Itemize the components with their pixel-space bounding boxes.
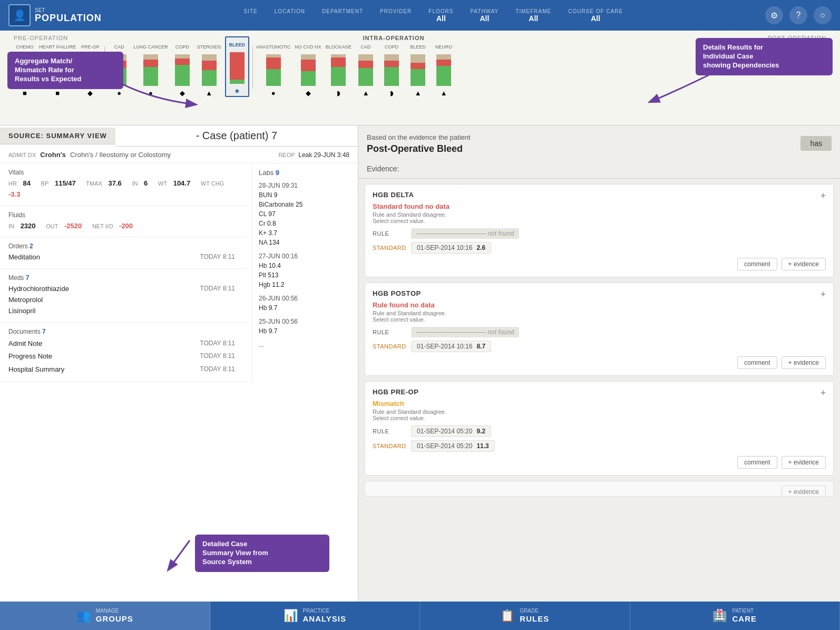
fluids-data: IN 2320 OUT -2520 NET I/O -200 (8, 221, 239, 232)
lab-more[interactable]: ... (259, 340, 351, 350)
settings-icon[interactable]: ⚙ (765, 6, 783, 24)
filter-department[interactable]: DEPARTMENT (322, 8, 363, 23)
content-columns: Vitals HR 84 BP 115/47 TMAX 37.6 IN 6 WT… (0, 163, 358, 382)
card-1-standard-value: 01-SEP-2014 10:16 2.6 (411, 242, 491, 254)
card-1-rule-value: ——————————— not found (411, 228, 519, 239)
annotation-aggregate: Aggregate Match/ Mismatch Rate for Resul… (7, 52, 123, 89)
card-1-status: Standard found no data (373, 202, 826, 210)
evidence-panel: Based on the evidence the patient Post-O… (358, 125, 840, 602)
evidence-title: Based on the evidence the patient Post-O… (367, 132, 471, 155)
lab-bicarb: BiCarbonate 25 (259, 200, 351, 209)
nav-practice-analysis[interactable]: 📊 Practice ANALYSIS (210, 602, 421, 630)
orders-section: Orders 2 Meditation TODAY 8:11 (0, 237, 248, 269)
evidence-card-hgb-delta: HGB Delta + Standard found no data Rule … (365, 184, 834, 277)
card-2-plus[interactable]: + (821, 289, 826, 299)
card-2-comment-btn[interactable]: comment (737, 356, 777, 369)
evidence-header: Based on the evidence the patient Post-O… (358, 125, 840, 161)
chart-bar-neuro[interactable]: Neuro ▲ (433, 41, 455, 97)
vitals-data: HR 84 BP 115/47 TMAX 37.6 IN 6 WT 104.7 … (8, 178, 239, 200)
filter-location[interactable]: LOCATION (275, 8, 305, 23)
card-1-standard-row: Standard 01-SEP-2014 10:16 2.6 (373, 242, 826, 254)
annotation-detailed-case: Detailed Case Summary View from Source S… (195, 535, 329, 572)
filter-site[interactable]: SITE (243, 8, 257, 23)
orders-title: Orders 2 (8, 243, 239, 250)
nav-icons: ⚙ ? ○ (765, 6, 832, 24)
card-1-plus[interactable]: + (821, 191, 826, 200)
med-1: Hydrochlorothiazide (8, 284, 69, 295)
chart-bar-blockage[interactable]: Blockage ◗ (326, 41, 352, 97)
nav-filters: SITE LOCATION DEPARTMENT PROVIDER FLOORS… (112, 8, 755, 23)
card-2-rule-label: Rule (373, 329, 407, 335)
evidence-card-partial: + evidence (365, 481, 834, 497)
fluids-net: NET I/O -200 (92, 222, 137, 230)
filter-course-of-care[interactable]: COURSE OF CARE All (568, 8, 623, 23)
filter-timeframe[interactable]: TIMEFRAME All (515, 8, 551, 23)
card-2-disagree: Rule and Standard disagree.Select correc… (373, 310, 826, 323)
doc-2-time: TODAY 8:11 (200, 351, 235, 362)
chart-bar-cad-post[interactable]: CAD ▲ (355, 41, 377, 97)
card-1-comment-btn[interactable]: comment (737, 258, 777, 270)
card-3-rule-label: Rule (373, 428, 407, 434)
nav-grade-rules[interactable]: 📋 Grade RULES (420, 602, 630, 630)
nav-manage-groups[interactable]: 👥 Manage GROUPS (0, 602, 210, 630)
chart-bar-copd-post[interactable]: COPD ◗ (380, 41, 403, 97)
fluids-out: OUT -2520 (46, 222, 86, 230)
card-1-actions: comment + evidence (373, 258, 826, 270)
card-3-plus[interactable]: + (821, 388, 826, 398)
med-1-time: TODAY 8:11 (200, 284, 235, 295)
source-summary-panel: Source: Summary View - Case (patient) 7 … (0, 125, 358, 602)
partial-evidence-btn[interactable]: + evidence (782, 486, 826, 497)
meds-section: Meds 7 Hydrochlorothiazide TODAY 8:11 Me… (0, 269, 248, 322)
card-3-rule-value: 01-SEP-2014 05:20 9.2 (411, 425, 491, 437)
card-3-standard-row: Standard 01-SEP-2014 05:20 11.3 (373, 440, 826, 452)
user-icon[interactable]: ○ (814, 6, 832, 24)
tmax-value: TMAX 37.6 (86, 179, 126, 187)
help-icon[interactable]: ? (789, 6, 807, 24)
chart-bar-bleed-post[interactable]: Bleed ▲ (406, 41, 429, 97)
lab-plt: Plt 513 (259, 270, 351, 280)
card-1-evidence-btn[interactable]: + evidence (782, 258, 826, 270)
logo-text: Set POPULATION (35, 7, 102, 24)
doc-1: Admit Note (8, 338, 42, 350)
vitals-title: Vitals (8, 169, 239, 176)
filter-provider[interactable]: PROVIDER (380, 8, 412, 23)
evidence-card-hgb-preop: HGB Pre-Op + Mismatch Rule and Standard … (365, 381, 834, 476)
card-3-standard-value: 01-SEP-2014 05:20 11.3 (411, 440, 495, 452)
fluids-section: Fluids IN 2320 OUT -2520 NET I/O -200 (0, 206, 248, 238)
lab-bun: BUN 9 (259, 190, 351, 200)
chart-area: Pre-Operation Intra-Operation Post-Opera… (0, 31, 840, 125)
lab-hgb: Hgb 11.2 (259, 280, 351, 289)
main-content: Source: Summary View - Case (patient) 7 … (0, 125, 840, 602)
fluids-title: Fluids (8, 211, 239, 219)
card-3-evidence-btn[interactable]: + evidence (782, 456, 826, 469)
card-2-status: Rule found no data (373, 301, 826, 309)
lab-cl: CL 97 (259, 209, 351, 219)
chart-bar-anastomotic[interactable]: Anastomotic ● (256, 41, 291, 97)
logo-population: POPULATION (35, 13, 102, 24)
card-2-evidence-btn[interactable]: + evidence (782, 356, 826, 369)
lab-hb-1: Hb 10.4 (259, 261, 351, 270)
card-2-standard-row: Standard 01-SEP-2014 10:16 8.7 (373, 341, 826, 352)
chart-bar-bleed-selected[interactable]: Bleed ★ (225, 36, 249, 97)
med-3: Lisinopril (8, 307, 35, 315)
groups-icon: 👥 (76, 609, 91, 623)
lab-cr: Cr 0.8 (259, 219, 351, 228)
filter-pathway[interactable]: PATHWAY All (470, 8, 499, 23)
card-2-standard-label: Standard (373, 343, 407, 350)
documents-section: Documents 7 Admit Note TODAY 8:11 Progre… (0, 323, 248, 382)
wt-value: WT 104.7 (158, 179, 194, 187)
card-2-title: HGB PostOp (373, 289, 421, 297)
card-2-rule-row: Rule ——————————— not found (373, 327, 826, 337)
filter-floors[interactable]: FLOORS All (428, 8, 453, 23)
labs-title: Labs 9 (259, 169, 351, 177)
chart-bar-no-cvd[interactable]: No CVD Hx ◆ (294, 41, 323, 97)
annotation-details: Details Results for Individual Case show… (696, 38, 833, 75)
meds-title: Meds 7 (8, 274, 239, 282)
case-title: - Case (patient) 7 (115, 125, 358, 147)
fluids-in: IN 2320 (8, 222, 40, 230)
app-logo: 👤 Set POPULATION (8, 4, 102, 26)
has-button[interactable]: has (800, 136, 832, 151)
card-3-comment-btn[interactable]: comment (737, 456, 777, 469)
card-3-standard-label: Standard (373, 443, 407, 449)
nav-patient-care[interactable]: 🏥 Patient CARE (630, 602, 841, 630)
